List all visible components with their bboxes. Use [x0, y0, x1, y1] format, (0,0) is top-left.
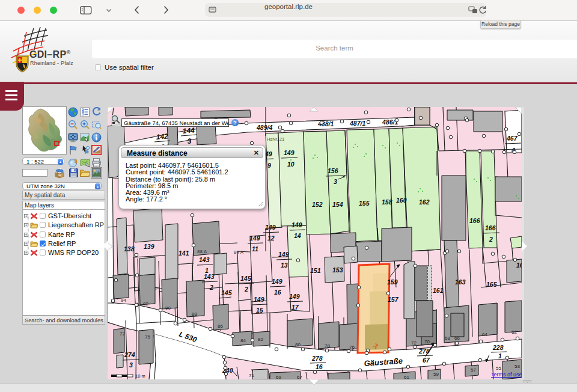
svg-text:489/4: 489/4 — [256, 124, 272, 131]
svg-text:157: 157 — [388, 296, 399, 303]
svg-text:75: 75 — [145, 334, 150, 340]
svg-text:14: 14 — [294, 232, 301, 239]
svg-text:67: 67 — [297, 375, 302, 379]
svg-text:53: 53 — [514, 364, 520, 369]
svg-text:88 A: 88 A — [197, 249, 207, 254]
svg-text:3: 3 — [129, 361, 133, 369]
svg-text:145: 145 — [221, 289, 232, 296]
svg-text:94: 94 — [121, 298, 126, 303]
svg-text:16: 16 — [316, 363, 323, 370]
svg-text:149: 149 — [272, 278, 282, 285]
svg-text:88: 88 — [192, 311, 197, 317]
svg-text:10: 10 — [287, 161, 295, 168]
svg-text:163: 163 — [455, 278, 466, 286]
svg-text:11: 11 — [252, 245, 258, 253]
svg-text:72: 72 — [411, 340, 417, 346]
svg-text:166: 166 — [485, 224, 496, 231]
svg-text:1: 1 — [498, 352, 502, 360]
svg-text:59: 59 — [433, 372, 439, 377]
svg-text:153: 153 — [332, 266, 343, 274]
svg-text:151: 151 — [310, 267, 321, 274]
svg-text:84: 84 — [240, 338, 246, 343]
svg-text:149: 149 — [289, 293, 300, 300]
svg-text:61: 61 — [404, 375, 409, 379]
svg-text:162: 162 — [419, 198, 430, 206]
svg-text:68: 68 — [445, 335, 450, 341]
svg-text:15: 15 — [256, 307, 263, 314]
svg-text:62: 62 — [511, 329, 517, 335]
svg-text:10 m: 10 m — [135, 373, 145, 379]
svg-text:149: 149 — [292, 221, 302, 228]
svg-text:90: 90 — [165, 305, 171, 311]
svg-text:77: 77 — [120, 331, 125, 337]
svg-text:149: 149 — [278, 251, 289, 258]
svg-text:92: 92 — [143, 301, 148, 307]
svg-text:55: 55 — [496, 366, 501, 371]
svg-text:67: 67 — [423, 357, 430, 364]
svg-text:161: 161 — [433, 287, 444, 294]
svg-text:82: 82 — [258, 337, 263, 342]
svg-text:166: 166 — [469, 217, 480, 224]
svg-text:228: 228 — [492, 344, 504, 351]
svg-text:66: 66 — [454, 335, 460, 341]
svg-text:160: 160 — [396, 197, 407, 204]
svg-text:64: 64 — [482, 332, 487, 337]
svg-text:139: 139 — [144, 243, 154, 250]
svg-text:3: 3 — [334, 178, 337, 185]
svg-text:HsNr. 21: HsNr. 21 — [267, 136, 284, 142]
svg-text:84 A: 84 A — [234, 250, 244, 255]
svg-text:9: 9 — [267, 162, 271, 169]
svg-text:142: 142 — [156, 132, 168, 141]
svg-text:143: 143 — [204, 273, 215, 280]
svg-text:12: 12 — [267, 234, 275, 242]
svg-text:86: 86 — [218, 323, 223, 329]
svg-text:3: 3 — [187, 137, 192, 145]
svg-text:488/1: 488/1 — [317, 120, 334, 127]
svg-text:152: 152 — [312, 201, 323, 208]
svg-text:2: 2 — [209, 284, 213, 291]
svg-text:149: 149 — [284, 149, 295, 156]
svg-text:165: 165 — [486, 281, 497, 288]
svg-text:159: 159 — [387, 278, 398, 286]
svg-text:274: 274 — [124, 351, 135, 358]
svg-text:2: 2 — [489, 236, 493, 243]
svg-text:145: 145 — [240, 275, 251, 282]
svg-text:149: 149 — [254, 296, 264, 303]
svg-text:154: 154 — [332, 201, 343, 208]
svg-text:141: 141 — [179, 250, 189, 257]
svg-text:467: 467 — [506, 135, 518, 142]
svg-text:69: 69 — [276, 375, 281, 379]
svg-text:144: 144 — [182, 126, 195, 135]
svg-text:16: 16 — [274, 289, 281, 296]
svg-text:Terms of use: Terms of use — [491, 372, 522, 378]
svg-text:149: 149 — [249, 234, 260, 242]
svg-text:78: 78 — [325, 343, 330, 349]
svg-text:71: 71 — [249, 373, 254, 378]
svg-text:278: 278 — [311, 355, 323, 362]
svg-text:70: 70 — [424, 339, 430, 345]
svg-text:76: 76 — [349, 345, 355, 350]
svg-text:w: w — [58, 173, 61, 177]
svg-text:13: 13 — [281, 262, 288, 269]
svg-text:156: 156 — [328, 167, 338, 174]
svg-text:158: 158 — [382, 198, 392, 206]
svg-text:17: 17 — [292, 304, 299, 311]
svg-text:138: 138 — [124, 245, 135, 253]
svg-text:149: 149 — [265, 224, 276, 231]
svg-text:80: 80 — [295, 342, 301, 348]
svg-text:57: 57 — [471, 367, 476, 373]
svg-text:143: 143 — [199, 256, 210, 263]
svg-text:155: 155 — [359, 200, 370, 207]
svg-text:16: 16 — [516, 262, 522, 269]
svg-text:2: 2 — [244, 286, 248, 293]
svg-text:487/1: 487/1 — [349, 120, 365, 127]
